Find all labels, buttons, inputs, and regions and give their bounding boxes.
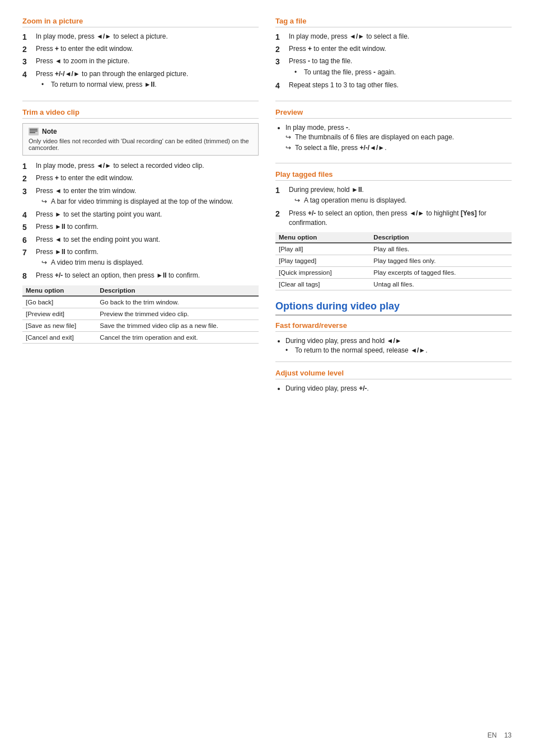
step-text: In play mode, press ◄/► to select a pict… <box>36 32 259 41</box>
trim-step-7: 7 Press ►II to confirm. ↪ A video trim m… <box>22 247 259 269</box>
zoom-section: Zoom in a picture 1 In play mode, press … <box>22 17 259 91</box>
step-num: 4 <box>22 210 32 220</box>
note-box: Note Only video files not recorded with … <box>22 123 259 156</box>
sub-text: The thumbnails of 6 files are displayed … <box>295 133 454 142</box>
trim-step-6: 6 Press ◄ to set the ending point you wa… <box>22 235 259 245</box>
left-column: Zoom in a picture 1 In play mode, press … <box>22 17 259 403</box>
step-num: 5 <box>22 222 32 232</box>
step-num: 7 <box>22 247 32 257</box>
trim-section: Trim a video clip Note Only video files … <box>22 108 259 344</box>
sub-bullet: • To untag the file, press - again. <box>294 68 512 77</box>
sub-bullet: • To return to normal view, press ►II. <box>41 80 259 90</box>
step-num: 3 <box>22 57 32 67</box>
table-header-option: Menu option <box>22 285 96 296</box>
trim-table: Menu option Description [Go back] Go bac… <box>22 285 259 344</box>
step-text: Press +/- to select an option, then pres… <box>289 209 512 228</box>
trim-step-5: 5 Press ►II to confirm. <box>22 222 259 232</box>
table-cell-option: [Save as new file] <box>22 320 96 332</box>
preview-bullets: In play mode, press -. ↪ The thumbnails … <box>275 123 512 152</box>
zoom-steps: 1 In play mode, press ◄/► to select a pi… <box>22 32 259 91</box>
table-row: [Play tagged] Play tagged files only. <box>275 255 512 266</box>
footer-page: 13 <box>504 731 512 739</box>
table-row: [Preview edit] Preview the trimmed video… <box>22 308 259 320</box>
step-num: 8 <box>22 271 32 281</box>
step-text: Press ◄ to set the ending point you want… <box>36 235 259 245</box>
step-text: Press +/- to select an option, then pres… <box>36 271 259 280</box>
tag-steps: 1 In play mode, press ◄/► to select a fi… <box>275 32 512 91</box>
trim-steps: 1 In play mode, press ◄/► to select a re… <box>22 161 259 281</box>
trim-step-3: 3 Press ◄ to enter the trim window. ↪ A … <box>22 186 259 208</box>
note-header: Note <box>29 128 252 135</box>
step-num: 4 <box>22 69 32 79</box>
step-num: 1 <box>275 32 285 42</box>
play-tagged-steps: 1 During preview, hold ►II. ↪ A tag oper… <box>275 185 512 228</box>
zoom-step-3: 3 Press ◄ to zoom in the picture. <box>22 57 259 67</box>
play-tagged-title: Play tagged files <box>275 170 512 181</box>
step-num: 2 <box>275 44 285 54</box>
volume-title: Adjust volume level <box>275 369 512 379</box>
note-content: Only video files not recorded with 'Dual… <box>29 138 252 151</box>
table-header-option: Menu option <box>275 232 370 243</box>
volume-bullets: During video play, press +/-. <box>275 384 512 393</box>
table-header-desc: Description <box>370 232 512 243</box>
sub-bullet: ↪ To select a file, press +/-/◄/►. <box>285 143 512 153</box>
svg-rect-1 <box>30 129 38 130</box>
tag-step-1: 1 In play mode, press ◄/► to select a fi… <box>275 32 512 42</box>
sub-bullet: ↪ The thumbnails of 6 files are displaye… <box>285 133 512 142</box>
tag-title: Tag a file <box>275 17 512 27</box>
table-row: [Go back] Go back to the trim window. <box>22 296 259 308</box>
tag-step-3: 3 Press - to tag the file. • To untag th… <box>275 57 512 78</box>
step-text: Repeat steps 1 to 3 to tag other files. <box>289 81 512 90</box>
table-cell-desc: Save the trimmed video clip as a new fil… <box>96 320 259 332</box>
page-layout: Zoom in a picture 1 In play mode, press … <box>22 17 512 403</box>
fast-forward-title: Fast forward/reverse <box>275 321 512 332</box>
step-num: 6 <box>22 235 32 245</box>
trim-step-8: 8 Press +/- to select an option, then pr… <box>22 271 259 281</box>
table-cell-desc: Play excerpts of tagged files. <box>370 266 512 278</box>
step-text: Press + to enter the edit window. <box>36 44 259 54</box>
arrow: ↪ <box>285 133 292 142</box>
play-tagged-table: Menu option Description [Play all] Play … <box>275 232 512 290</box>
step-num: 1 <box>22 161 32 171</box>
svg-rect-3 <box>30 132 35 133</box>
step-text: Press ◄ to zoom in the picture. <box>36 57 259 66</box>
step-text: Press ►II to confirm. ↪ A video trim men… <box>36 247 259 269</box>
step-text: In play mode, press ◄/► to select a reco… <box>36 161 259 171</box>
table-cell-desc: Cancel the trim operation and exit. <box>96 332 259 344</box>
step-num: 2 <box>275 209 285 219</box>
arrow: ↪ <box>285 143 292 153</box>
table-cell-option: [Cancel and exit] <box>22 332 96 344</box>
sub-text: To select a file, press +/-/◄/►. <box>295 143 387 153</box>
zoom-title: Zoom in a picture <box>22 17 259 27</box>
play-tagged-step-1: 1 During preview, hold ►II. ↪ A tag oper… <box>275 185 512 207</box>
bullet-dot: • <box>41 80 48 90</box>
table-row: [Clear all tags] Untag all files. <box>275 278 512 290</box>
zoom-step-2: 2 Press + to enter the edit window. <box>22 44 259 54</box>
sub-text: A tag operation menu is displayed. <box>304 196 406 205</box>
sub-text: To return to normal view, press ►II. <box>51 80 157 90</box>
zoom-step-1: 1 In play mode, press ◄/► to select a pi… <box>22 32 259 42</box>
step-num: 1 <box>275 185 285 195</box>
preview-section: Preview In play mode, press -. ↪ The thu… <box>275 108 512 152</box>
tag-step-4: 4 Repeat steps 1 to 3 to tag other files… <box>275 81 512 91</box>
sub-bullet: ↪ A bar for video trimming is displayed … <box>41 197 259 206</box>
table-row: [Quick impression] Play excerpts of tagg… <box>275 266 512 278</box>
bullet-dot: • <box>294 68 301 77</box>
trim-step-4: 4 Press ► to set the starting point you … <box>22 210 259 220</box>
table-cell-option: [Preview edit] <box>22 308 96 320</box>
step-text: Press + to enter the edit window. <box>36 173 259 183</box>
table-cell-desc: Preview the trimmed video clip. <box>96 308 259 320</box>
sub-bullet: ↪ A video trim menu is displayed. <box>41 258 259 267</box>
step-text: Press +/-/◄/► to pan through the enlarge… <box>36 69 259 91</box>
trim-title: Trim a video clip <box>22 108 259 119</box>
play-tagged-section: Play tagged files 1 During preview, hold… <box>275 170 512 290</box>
play-tagged-step-2: 2 Press +/- to select an option, then pr… <box>275 209 512 228</box>
preview-title: Preview <box>275 108 512 119</box>
svg-rect-2 <box>30 130 38 132</box>
options-section: Options during video play Fast forward/r… <box>275 300 512 393</box>
table-cell-desc: Play tagged files only. <box>370 255 512 266</box>
divider <box>275 361 512 362</box>
table-cell-desc: Play all files. <box>370 243 512 255</box>
table-cell-option: [Quick impression] <box>275 266 370 278</box>
trim-step-1: 1 In play mode, press ◄/► to select a re… <box>22 161 259 171</box>
